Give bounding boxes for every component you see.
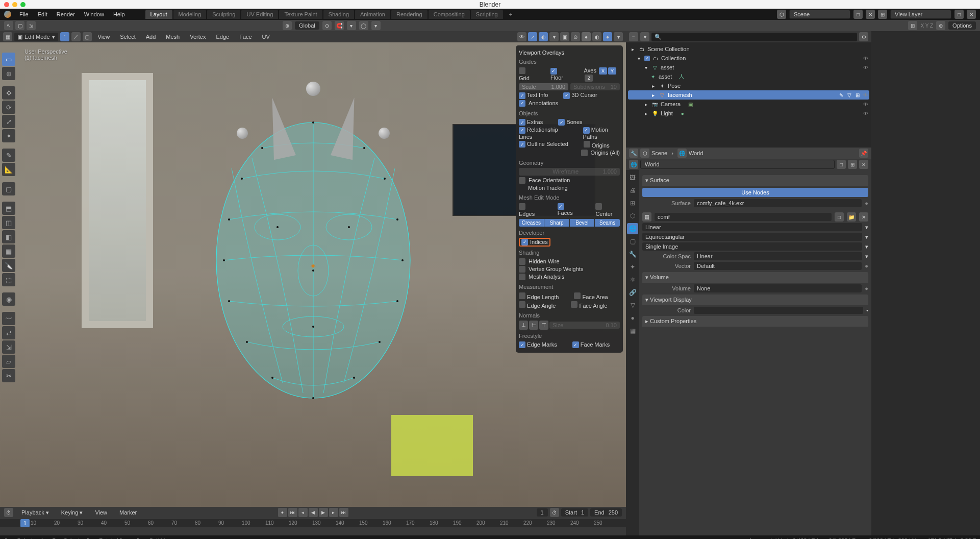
- world-copy-icon[interactable]: ⊞: [848, 160, 857, 169]
- slide-tool[interactable]: ⇄: [2, 326, 15, 339]
- tab-shading[interactable]: Shading: [323, 10, 354, 19]
- timeline-marker[interactable]: Marker: [115, 508, 141, 517]
- img-open-icon[interactable]: 📁: [847, 212, 856, 222]
- knife-tool[interactable]: 🔪: [2, 259, 15, 272]
- tree-asset-armature[interactable]: ✦asset人: [628, 72, 869, 81]
- timeline-editor-icon[interactable]: ⏱: [4, 508, 13, 517]
- polybuild-tool[interactable]: ⬚: [2, 273, 15, 286]
- meshanalysis-cb[interactable]: [519, 274, 525, 280]
- tab-add[interactable]: +: [504, 10, 517, 19]
- ptab-world[interactable]: 🌐: [627, 223, 638, 234]
- world-name-field[interactable]: World: [640, 160, 835, 169]
- grid-checkbox[interactable]: [519, 67, 525, 74]
- vp-menu-mesh[interactable]: Mesh: [162, 32, 184, 41]
- playhead[interactable]: 1: [20, 519, 30, 527]
- img-browse-icon[interactable]: 🖼: [642, 212, 651, 222]
- outliner-editor-icon[interactable]: ≡: [629, 32, 638, 41]
- menu-help[interactable]: Help: [109, 10, 129, 19]
- tab-scripting[interactable]: Scripting: [471, 10, 503, 19]
- facearea-cb[interactable]: [574, 292, 581, 299]
- tree-facemesh[interactable]: ▸▽facemesh✎▽⊞👁: [628, 90, 869, 100]
- face-select-mode[interactable]: ▢: [83, 32, 92, 41]
- normal-v-icon[interactable]: ⊥: [519, 321, 528, 330]
- viewport-display-header[interactable]: ▾ Viewport Display: [642, 295, 868, 305]
- extrude-tool[interactable]: ⬒: [2, 202, 15, 215]
- tab-rendering[interactable]: Rendering: [391, 10, 428, 19]
- tab-modeling[interactable]: Modeling: [173, 10, 207, 19]
- viewlayer-browse-icon[interactable]: ⊞: [878, 10, 887, 19]
- ptab-scene[interactable]: ⬡: [627, 210, 638, 222]
- ptab-output[interactable]: 🖨: [627, 185, 638, 196]
- timeline-playback[interactable]: Playback ▾: [17, 508, 53, 518]
- preview-range-icon[interactable]: ⏱: [550, 508, 559, 517]
- scene-delete-icon[interactable]: ✕: [866, 10, 875, 19]
- world-delete-icon[interactable]: ✕: [859, 160, 868, 169]
- gizmo-icon[interactable]: ⊞: [908, 21, 917, 30]
- inset-tool[interactable]: ◫: [2, 216, 15, 229]
- facemarks-cb[interactable]: ✓: [572, 341, 579, 348]
- faceorient-cb[interactable]: [519, 177, 525, 184]
- select-tool-icon[interactable]: ▢: [15, 21, 24, 30]
- vertex-select-mode[interactable]: ⋮: [60, 32, 69, 41]
- ptab-modifiers[interactable]: 🔧: [627, 249, 638, 260]
- outline-cb[interactable]: ✓: [519, 141, 525, 148]
- play-icon[interactable]: ▶: [319, 508, 328, 517]
- jump-start-icon[interactable]: ⏮: [288, 508, 297, 517]
- viewlayer-new-icon[interactable]: □: [954, 10, 964, 19]
- vector-select[interactable]: Default: [694, 262, 862, 270]
- colorspace-select[interactable]: Linear: [694, 252, 862, 260]
- ptab-object[interactable]: ▢: [627, 236, 638, 247]
- tab-layout[interactable]: Layout: [145, 10, 172, 19]
- annotate-tool[interactable]: ✎: [2, 149, 15, 162]
- tab-uv[interactable]: UV Editing: [241, 10, 278, 19]
- tab-animation[interactable]: Animation: [355, 10, 390, 19]
- axis-x[interactable]: X: [599, 67, 607, 75]
- vgw-cb[interactable]: [519, 266, 525, 273]
- img-del-icon[interactable]: ✕: [859, 212, 868, 222]
- drag-icon[interactable]: ⇲: [27, 21, 36, 30]
- overlays-dropdown-icon[interactable]: ▾: [549, 32, 559, 41]
- viewlayer-delete-icon[interactable]: ✕: [967, 10, 976, 19]
- shade-rendered-icon[interactable]: ●: [603, 32, 612, 41]
- view-select-icon[interactable]: 👁: [517, 32, 526, 41]
- orientation-icon[interactable]: ⊕: [283, 21, 292, 30]
- center-cb[interactable]: [595, 203, 602, 210]
- ptab-mesh[interactable]: ▽: [627, 300, 638, 311]
- overlays-toggle[interactable]: ◐: [539, 32, 548, 41]
- tab-compositing[interactable]: Compositing: [429, 10, 470, 19]
- select-box-tool[interactable]: ▭: [2, 53, 15, 66]
- start-frame[interactable]: Start 1: [561, 508, 588, 517]
- shade-wire-icon[interactable]: ⊙: [571, 32, 580, 41]
- world-browse-icon[interactable]: 🌐: [629, 160, 638, 169]
- edgemarks-cb[interactable]: ✓: [519, 341, 525, 348]
- normal-e-icon[interactable]: ⊢: [529, 321, 538, 330]
- edge-select-mode[interactable]: ／: [71, 32, 81, 41]
- shade-lookdev-icon[interactable]: ◐: [592, 32, 601, 41]
- ptab-viewlayer[interactable]: ⊞: [627, 198, 638, 209]
- faces-cb[interactable]: ✓: [558, 203, 564, 210]
- scene-new-icon[interactable]: □: [853, 10, 863, 19]
- axis-z[interactable]: Z: [585, 75, 593, 82]
- menu-file[interactable]: File: [15, 10, 33, 19]
- indices-checkbox-highlighted[interactable]: ✓Indices: [519, 238, 550, 247]
- shade-solid-icon[interactable]: ●: [582, 32, 591, 41]
- tab-texture[interactable]: Texture Paint: [279, 10, 322, 19]
- transform-tool[interactable]: ✦: [2, 129, 15, 142]
- keyframe-next-icon[interactable]: ▸: [329, 508, 338, 517]
- tree-light[interactable]: ▸💡Light●👁: [628, 109, 869, 118]
- timeline-ruler[interactable]: 1 10203040506070809010011012013014015016…: [0, 519, 626, 527]
- vp-menu-add[interactable]: Add: [142, 32, 160, 41]
- ptab-constraints[interactable]: 🔗: [627, 287, 638, 298]
- color-field[interactable]: [694, 307, 863, 314]
- cursor-tool-icon[interactable]: ↖: [4, 21, 13, 30]
- bevel-toggle[interactable]: Bevel: [570, 219, 595, 227]
- tree-pose[interactable]: ▸✦Pose: [628, 81, 869, 90]
- timeline-keying[interactable]: Keying ▾: [57, 508, 87, 518]
- close-window-button[interactable]: [4, 2, 9, 7]
- autokey-icon[interactable]: ●: [278, 508, 287, 517]
- ptab-particles[interactable]: ✦: [627, 261, 638, 273]
- motion-cb[interactable]: ✓: [583, 127, 590, 134]
- scene-name-field[interactable]: Scene: [789, 10, 850, 19]
- spin-tool[interactable]: ◉: [2, 292, 15, 306]
- facemesh-object[interactable]: ✦: [201, 117, 425, 403]
